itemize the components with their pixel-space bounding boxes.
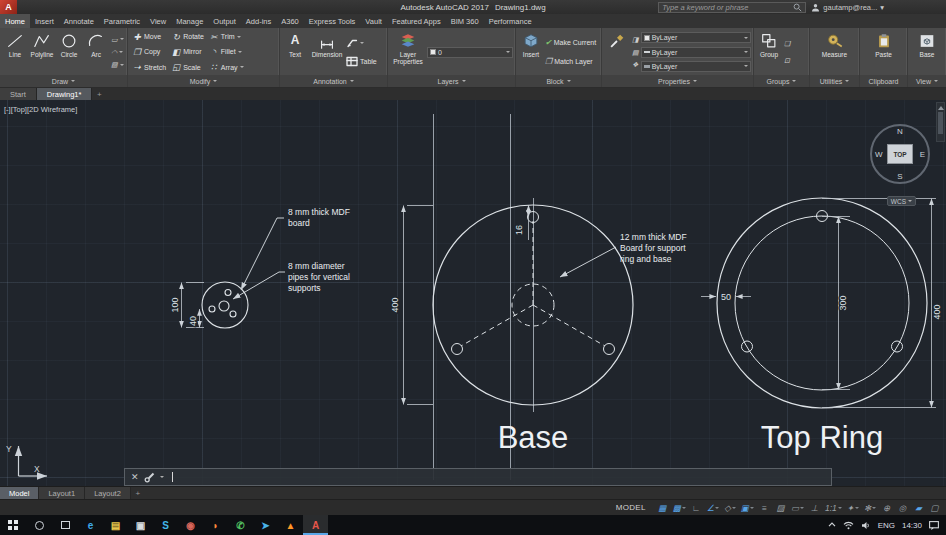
arc-button[interactable]: Arc [83, 29, 109, 75]
drawing-canvas[interactable]: 100 40 8 mm thick MDF board 8 mm diamete… [0, 100, 946, 486]
scroll-thumb[interactable] [938, 112, 943, 134]
ortho-icon[interactable]: ∟ [689, 501, 704, 515]
lineweight-icon[interactable]: ≡ [757, 501, 772, 515]
viewport-controls[interactable]: [-][Top][2D Wireframe] [4, 105, 77, 114]
store-icon[interactable]: ▣ [128, 515, 153, 535]
viewcube-east[interactable]: E [920, 150, 925, 159]
file-tab-drawing1[interactable]: Drawing1* [37, 88, 93, 100]
hatch-tool-icon[interactable]: ▨ [111, 61, 124, 68]
group-edit-icon[interactable]: ⊡ [784, 57, 790, 64]
ellipse-tool-icon[interactable]: ◠ [111, 49, 124, 56]
support-note[interactable]: 12 mm thick MDF Board for support ring a… [560, 232, 687, 277]
tab-express-tools[interactable]: Express Tools [304, 14, 361, 28]
viewcube-west[interactable]: W [875, 150, 883, 159]
rectangle-tool-icon[interactable]: ▭ [111, 36, 124, 43]
start-button[interactable] [0, 515, 26, 535]
color-dropdown[interactable]: ByLayer [641, 32, 751, 43]
dim-400-base[interactable]: 400 [390, 297, 400, 312]
selection-cycling-icon[interactable]: ▭ [789, 501, 806, 515]
paste-button[interactable]: Paste [871, 29, 897, 75]
new-layout-button[interactable]: + [131, 487, 145, 499]
panel-title-modify[interactable]: Modify [128, 75, 279, 87]
file-explorer-icon[interactable]: ▤ [103, 515, 128, 535]
isolate-objects-icon[interactable]: ◎ [895, 501, 910, 515]
insert-button[interactable]: Insert [518, 29, 544, 75]
dim-40[interactable]: 40 [188, 316, 198, 326]
move-button[interactable]: ✚Move [130, 29, 168, 44]
make-current-button[interactable]: ✔ Make Current [545, 38, 596, 47]
polyline-button[interactable]: Polyline [29, 29, 55, 75]
panel-title-draw[interactable]: Draw [0, 75, 127, 87]
match-layer-button[interactable]: ❐ Match Layer [545, 57, 596, 66]
match-properties-button[interactable] [604, 29, 630, 75]
telegram-icon[interactable]: ➤ [253, 515, 278, 535]
linetype-control-icon[interactable]: ▤ [632, 49, 639, 56]
close-icon[interactable]: ✕ [131, 473, 139, 482]
command-history-icon[interactable] [160, 476, 164, 478]
panel-title-block[interactable]: Block [516, 75, 601, 87]
polar-tracking-icon[interactable]: ∠ [705, 501, 722, 515]
task-view-button[interactable] [52, 515, 78, 535]
model-space-canvas[interactable]: 100 40 8 mm thick MDF board 8 mm diamete… [0, 100, 946, 486]
annotation-monitor-icon[interactable]: ⊕ [879, 501, 894, 515]
model-space-button[interactable]: MODEL [608, 503, 654, 512]
pipes-note[interactable]: 8 mm diameter pipes for vertical support… [233, 261, 350, 299]
dynamic-ucs-icon[interactable]: ⊥ [807, 501, 822, 515]
panel-title-layers[interactable]: Layers [388, 75, 515, 87]
tab-home[interactable]: Home [0, 14, 30, 28]
tab-annotate[interactable]: Annotate [59, 14, 99, 28]
tab-manage[interactable]: Manage [171, 14, 208, 28]
tab-view[interactable]: View [145, 14, 171, 28]
array-button[interactable]: ∷Array [207, 60, 246, 75]
base-dimensions[interactable] [404, 205, 529, 405]
show-hidden-icons-chevron[interactable] [828, 521, 836, 529]
mirror-button[interactable]: ◧Mirror [169, 44, 206, 59]
new-drawing-tab-button[interactable]: + [92, 88, 106, 100]
dim-50[interactable]: 50 [721, 292, 731, 302]
action-center-icon[interactable] [929, 521, 939, 530]
viewcube-south[interactable]: S [897, 172, 902, 181]
layout-tab-model[interactable]: Model [0, 487, 39, 499]
clock[interactable]: 14:30 [902, 521, 922, 530]
vertical-scrollbar[interactable] [936, 102, 945, 142]
panel-title-annotation[interactable]: Annotation [280, 75, 387, 87]
measure-button[interactable]: Measure [818, 29, 852, 75]
snap-icon[interactable]: ▩ [671, 501, 688, 515]
layout-tab-layout2[interactable]: Layout2 [85, 487, 131, 499]
linetype-dropdown[interactable]: ByLayer [641, 47, 751, 58]
signed-in-user[interactable]: gautamp@rea... ▾ [811, 3, 884, 12]
annotation-visibility-icon[interactable]: ✦ [845, 501, 861, 515]
base-label[interactable]: Base [498, 420, 569, 455]
transparency-icon[interactable]: ▨ [773, 501, 788, 515]
tab-insert[interactable]: Insert [30, 14, 59, 28]
clean-screen-icon[interactable]: ▢ [927, 501, 942, 515]
viewcube[interactable]: N W E S TOP [870, 124, 930, 184]
tab-performance[interactable]: Performance [484, 14, 537, 28]
command-line[interactable]: ✕ [124, 468, 832, 486]
fillet-button[interactable]: ◝Fillet [207, 44, 246, 59]
circle-button[interactable]: Circle [56, 29, 82, 75]
autocad-icon[interactable]: A [303, 515, 328, 535]
stretch-button[interactable]: ⇢Stretch [130, 60, 168, 75]
dim-16[interactable]: 16 [514, 225, 524, 235]
panel-title-utilities[interactable]: Utilities [810, 75, 859, 87]
volume-icon[interactable] [861, 521, 871, 530]
ring-dimensions[interactable] [701, 199, 936, 408]
ungroup-icon[interactable]: ❏ [784, 40, 790, 47]
top-ring-label[interactable]: Top Ring [761, 420, 883, 455]
language-indicator[interactable]: ENG [878, 521, 895, 530]
layer-properties-button[interactable]: Layer Properties [390, 29, 426, 75]
tab-addins[interactable]: Add-ins [241, 14, 276, 28]
top-ring-drawing[interactable] [717, 198, 927, 408]
trim-button[interactable]: ✂Trim [207, 29, 246, 44]
tab-featured-apps[interactable]: Featured Apps [387, 14, 446, 28]
vlc-icon[interactable]: ▲ [278, 515, 303, 535]
panel-title-properties[interactable]: Properties [602, 75, 753, 87]
isodraft-icon[interactable]: ◇ [722, 501, 738, 515]
base-view-button[interactable]: Base [914, 29, 940, 75]
panel-title-view[interactable]: View [908, 75, 946, 87]
autocad-logo[interactable]: A [0, 0, 17, 14]
osnap-icon[interactable]: ▣ [739, 501, 756, 515]
tab-vault[interactable]: Vault [360, 14, 387, 28]
graphics-performance-icon[interactable]: ▰ [911, 501, 926, 515]
